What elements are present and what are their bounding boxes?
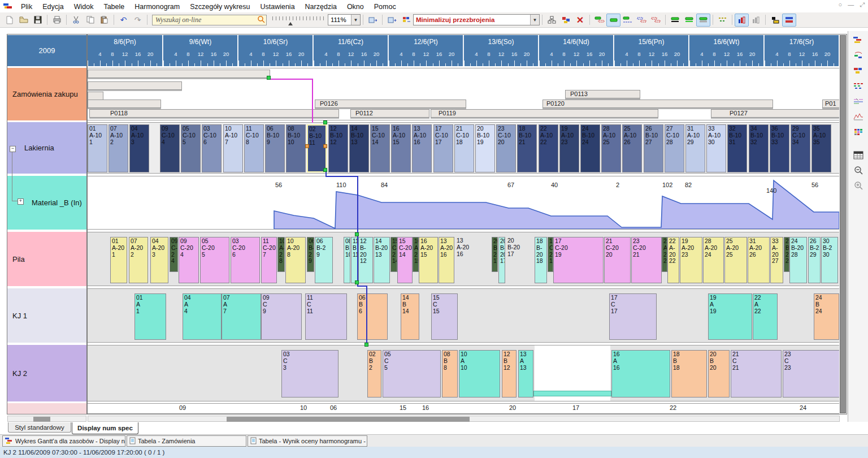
- row-label-zamowienia[interactable]: Zamówienia zakupu: [7, 68, 86, 120]
- bar-style-3-button[interactable]: [620, 14, 635, 27]
- chevron-down-icon[interactable]: ▼: [351, 15, 360, 25]
- vertical-scrollbar[interactable]: [840, 35, 846, 413]
- paste-button[interactable]: [97, 14, 111, 27]
- row-label-partial[interactable]: [7, 403, 86, 414]
- operation-bar[interactable]: 16 A 16: [611, 350, 670, 397]
- operation-bar[interactable]: 10 A-20 8: [285, 237, 306, 283]
- table-icon[interactable]: [851, 148, 866, 162]
- lakiernia-op-20[interactable]: 23 C-10 20: [496, 124, 516, 172]
- operation-bar[interactable]: 20 B-20 17: [498, 237, 505, 283]
- operation-bar[interactable]: 11 C 11: [305, 293, 347, 340]
- style-tab-styl-standardowy[interactable]: Styl standardowy: [8, 422, 71, 433]
- save-button[interactable]: [31, 14, 45, 27]
- timeline-day-cell[interactable]: 9/6(Wt)48121620: [163, 35, 237, 66]
- purchase-order-bar[interactable]: [88, 81, 182, 90]
- minimize-icon[interactable]: ○: [839, 1, 843, 8]
- window-tab[interactable]: Tabela - Zamówienia: [127, 435, 246, 447]
- purchase-order-bar-p0127[interactable]: P0127: [711, 109, 839, 118]
- horizontal-scrollbar[interactable]: [88, 416, 840, 422]
- row-label-pila[interactable]: Pila: [7, 232, 86, 286]
- menu-tabele[interactable]: Tabele: [98, 3, 129, 11]
- menu-pomoc[interactable]: Pomoc: [369, 3, 401, 11]
- row-view-button[interactable]: [782, 14, 796, 27]
- timeline-day-cell[interactable]: 12/6(Pt)48121620: [388, 35, 463, 66]
- timeline-day-cell[interactable]: 10/6(Sr)48121620: [238, 35, 313, 66]
- operation-bar[interactable]: 24 B 24: [814, 293, 839, 340]
- timeline-day-cell[interactable]: 8/6(Pn)48121620: [88, 35, 162, 66]
- window-tab[interactable]: Tabela - Wynik oceny harmonogramu - KO..…: [248, 435, 367, 447]
- restore-icon[interactable]: ―: [848, 1, 854, 8]
- purchase-order-bar-p01[interactable]: P01: [822, 100, 839, 108]
- operation-bar[interactable]: 18 B 18: [671, 350, 707, 397]
- lakiernia-op-22[interactable]: 22 A-10 22: [539, 124, 558, 172]
- search-icon[interactable]: [257, 15, 265, 25]
- operation-bar[interactable]: 10 A-2 8: [277, 237, 285, 272]
- timeline-day-cell[interactable]: 13/6(So)48121620: [463, 35, 538, 66]
- timeline-day-cell[interactable]: 11/6(Cz)48121620: [313, 35, 388, 66]
- lakiernia-op-4[interactable]: 09 C-10 4: [160, 124, 180, 172]
- load-graph-gray-button[interactable]: [749, 14, 763, 27]
- expand-icon[interactable]: +: [18, 198, 24, 205]
- menu-narz-dzia[interactable]: Narzędzia: [300, 3, 342, 11]
- style-tab-display-num-spec[interactable]: Display num spec: [72, 422, 138, 434]
- close-icon[interactable]: ⤢: [860, 1, 865, 8]
- open-button[interactable]: [16, 14, 31, 27]
- redo-button[interactable]: ↷: [131, 14, 145, 27]
- search-input[interactable]: [152, 15, 267, 25]
- operation-bar[interactable]: 18 B-20 18: [535, 237, 547, 283]
- lakiernia-op-24[interactable]: 24 B-10 24: [580, 124, 600, 172]
- lakiernia-op-18[interactable]: 21 C-10 18: [454, 124, 474, 172]
- menu-szczeg-y-wykresu[interactable]: Szczegóły wykresu: [185, 3, 255, 11]
- operation-bar[interactable]: 05 C-20 5: [200, 237, 229, 283]
- operation-bar[interactable]: 26 B-2 29: [808, 237, 821, 283]
- operation-bar[interactable]: 16 A-20 15: [419, 237, 438, 283]
- lakiernia-op-10[interactable]: 08 B-10 10: [286, 124, 306, 172]
- operation-bar[interactable]: 24 B-2 28: [784, 237, 789, 272]
- operation-bar[interactable]: 01 A 1: [134, 293, 166, 340]
- operation-bar[interactable]: 19 A 19: [708, 293, 752, 340]
- lakiernia-op-25[interactable]: 28 A-10 25: [601, 124, 621, 172]
- operation-bar[interactable]: 03 C 3: [281, 350, 338, 397]
- operation-bar[interactable]: 12 B 12: [502, 350, 517, 397]
- timeline-day-cell[interactable]: 14/6(Nd)48121620: [539, 35, 613, 66]
- operation-bar[interactable]: 13 A-20 16: [439, 237, 454, 283]
- lakiernia-op-2[interactable]: 07 A-10 2: [108, 124, 128, 172]
- operation-bar[interactable]: 09 C-2 4: [170, 237, 178, 272]
- dispatch-view-icon[interactable]: [851, 79, 866, 93]
- operation-bar[interactable]: 28 A-20 24: [703, 237, 724, 283]
- lakiernia-op-26[interactable]: 25 A-10 26: [622, 124, 642, 172]
- lakiernia-op-27[interactable]: 26 B-10 27: [644, 124, 663, 172]
- operation-bar[interactable]: 20 B-2 17: [492, 237, 498, 272]
- operation-bar[interactable]: 11 C-20 7: [261, 237, 277, 283]
- menu-widok[interactable]: Widok: [69, 3, 99, 11]
- purchase-order-bar-p0112[interactable]: P0112: [350, 109, 429, 118]
- lakiernia-op-6[interactable]: 03 C-10 6: [202, 124, 222, 172]
- operation-bar[interactable]: 24 B-20 28: [789, 237, 807, 283]
- lakiernia-op-28[interactable]: 27 C-10 28: [665, 124, 684, 172]
- lakiernia-op-12[interactable]: 12 B-10 12: [328, 124, 348, 172]
- bar-fill-3-button[interactable]: [696, 14, 710, 27]
- operation-bar[interactable]: 08 B 8: [442, 350, 458, 397]
- operation-bar[interactable]: 15 C-2 14: [390, 237, 397, 272]
- row-label-kj1[interactable]: KJ 1: [7, 288, 86, 343]
- operation-bar[interactable]: 17 C 17: [609, 293, 657, 340]
- lakiernia-op-5[interactable]: 05 C-10 5: [181, 124, 201, 172]
- operation-bar[interactable]: 10 A 10: [459, 350, 500, 397]
- lakiernia-op-30[interactable]: 33 A-10 30: [706, 124, 726, 172]
- collapse-icon[interactable]: −: [10, 146, 16, 152]
- purchase-order-bar-p0113[interactable]: P0113: [565, 90, 640, 98]
- operation-bar[interactable]: 01 A-20 1: [110, 237, 127, 283]
- timescale-slider[interactable]: [272, 16, 324, 24]
- operation-bar[interactable]: 30 B-2 30: [821, 237, 838, 283]
- operation-bar[interactable]: 20 B-20 17: [506, 237, 521, 283]
- resource-gantt-icon[interactable]: [851, 33, 866, 47]
- menu-ustawienia[interactable]: Ustawienia: [255, 3, 300, 11]
- operation-bar[interactable]: 14 B 14: [401, 293, 419, 340]
- bar-style-2-button[interactable]: [606, 14, 620, 27]
- operation-bar[interactable]: 05 C 5: [383, 350, 441, 397]
- cut-button[interactable]: [69, 14, 83, 27]
- operation-bar[interactable]: 04 A 4: [183, 293, 222, 340]
- stack-view-button[interactable]: [768, 14, 782, 27]
- purchase-order-bar[interactable]: [88, 70, 270, 78]
- resize-handle[interactable]: [305, 144, 309, 148]
